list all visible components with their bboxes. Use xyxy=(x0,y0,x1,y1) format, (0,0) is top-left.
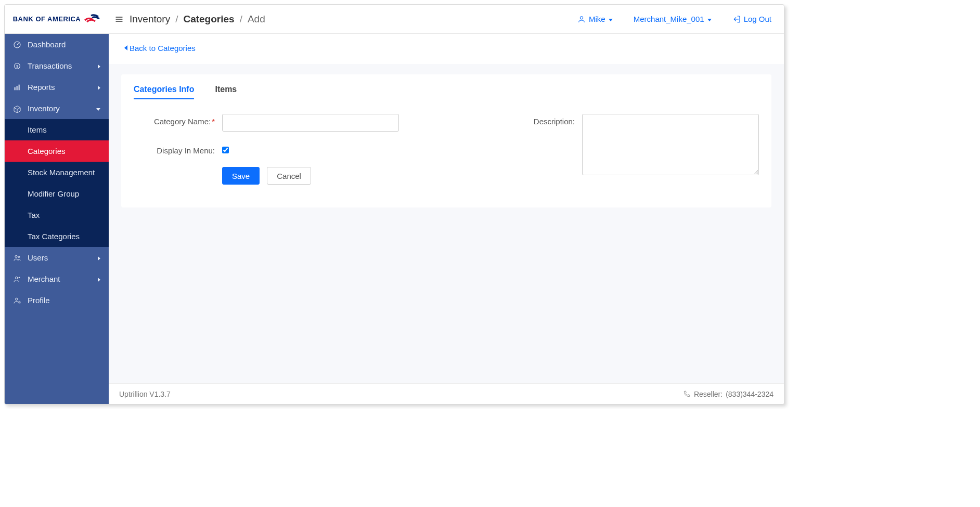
tab-items[interactable]: Items xyxy=(215,85,237,99)
display-in-menu-checkbox[interactable] xyxy=(222,147,229,153)
brand-name: BANK OF AMERICA xyxy=(13,15,81,23)
tab-categories-info[interactable]: Categories Info xyxy=(134,85,194,99)
footer-reseller: Reseller: (833)344-2324 xyxy=(682,390,773,398)
main: Back to Categories Categories Info Items… xyxy=(109,34,784,404)
person-gear-icon xyxy=(13,296,21,305)
sidebar-item-merchant[interactable]: Merchant xyxy=(5,268,109,290)
sidebar-item-label: Transactions xyxy=(28,61,72,70)
sidebar-item-label: Inventory xyxy=(28,104,60,113)
sidebar-item-transactions[interactable]: $ Transactions xyxy=(5,55,109,76)
chevron-down-icon xyxy=(707,15,712,23)
user-icon xyxy=(577,15,586,23)
logout-icon xyxy=(732,15,741,23)
chevron-right-icon xyxy=(98,61,100,70)
sidebar-subitem-tax-categories[interactable]: Tax Categories xyxy=(5,226,109,247)
svg-point-8 xyxy=(18,256,20,257)
body: Dashboard $ Transactions Reports Invento… xyxy=(5,34,784,404)
svg-point-10 xyxy=(16,298,18,300)
logout-label: Log Out xyxy=(744,15,771,23)
sidebar-item-label: Users xyxy=(28,253,48,262)
user-name: Mike xyxy=(589,15,605,23)
cancel-button[interactable]: Cancel xyxy=(267,167,311,185)
chevron-right-icon xyxy=(98,253,100,262)
brand-flag-icon xyxy=(84,14,100,25)
form: Category Name:* Description: Display In … xyxy=(134,114,759,185)
sidebar-item-users[interactable]: Users xyxy=(5,247,109,268)
menu-toggle-button[interactable] xyxy=(109,15,130,23)
merchant-menu[interactable]: Merchant_Mike_001 xyxy=(634,15,712,23)
back-to-categories-link[interactable]: Back to Categories xyxy=(124,44,196,53)
footer: Uptrillion V1.3.7 Reseller: (833)344-232… xyxy=(109,383,784,404)
chevron-right-icon xyxy=(98,83,100,92)
topbar: BANK OF AMERICA Inventory / Categories /… xyxy=(5,5,784,34)
sidebar-item-label: Reports xyxy=(28,83,55,92)
svg-rect-6 xyxy=(19,84,20,90)
required-indicator: * xyxy=(212,117,215,126)
sidebar-subitem-categories[interactable]: Categories xyxy=(5,140,109,162)
reseller-phone: (833)344-2324 xyxy=(726,390,773,398)
sidebar-subitem-modifier-group[interactable]: Modifier Group xyxy=(5,183,109,204)
box-icon xyxy=(13,105,21,113)
sidebar-subitem-items[interactable]: Items xyxy=(5,119,109,140)
svg-point-7 xyxy=(15,255,17,257)
hamburger-icon xyxy=(115,15,123,23)
back-link-label: Back to Categories xyxy=(130,44,196,53)
category-name-label: Category Name:* xyxy=(134,114,217,126)
sidebar-item-label: Profile xyxy=(28,296,50,305)
gauge-icon xyxy=(13,41,21,49)
sidebar-item-label: Merchant xyxy=(28,275,60,283)
sidebar-submenu-inventory: Items Categories Stock Management Modifi… xyxy=(5,119,109,247)
users-icon xyxy=(13,254,21,262)
svg-text:$: $ xyxy=(16,64,18,68)
logout-button[interactable]: Log Out xyxy=(732,15,771,23)
sidebar: Dashboard $ Transactions Reports Invento… xyxy=(5,34,109,404)
svg-rect-4 xyxy=(15,87,16,90)
save-button[interactable]: Save xyxy=(222,167,260,185)
page-header: Back to Categories xyxy=(109,34,784,64)
sidebar-item-reports[interactable]: Reports xyxy=(5,76,109,98)
sidebar-item-inventory[interactable]: Inventory xyxy=(5,98,109,119)
breadcrumb-separator: / xyxy=(240,14,242,25)
description-textarea[interactable] xyxy=(582,114,759,175)
sidebar-subitem-stock-management[interactable]: Stock Management xyxy=(5,162,109,183)
reseller-label: Reseller: xyxy=(694,390,723,398)
chevron-down-icon xyxy=(609,15,613,23)
money-icon: $ xyxy=(13,62,21,70)
sidebar-subitem-tax[interactable]: Tax xyxy=(5,204,109,226)
sidebar-item-dashboard[interactable]: Dashboard xyxy=(5,34,109,55)
tabs: Categories Info Items xyxy=(134,85,759,99)
svg-point-0 xyxy=(580,16,583,19)
brand-logo: BANK OF AMERICA xyxy=(5,5,109,34)
breadcrumb-level-3: Add xyxy=(248,14,265,25)
svg-rect-5 xyxy=(17,86,18,90)
breadcrumb: Inventory / Categories / Add xyxy=(130,14,265,25)
chevron-down-icon xyxy=(96,104,100,113)
phone-icon xyxy=(682,390,691,398)
sidebar-item-label: Dashboard xyxy=(28,40,66,49)
breadcrumb-separator: / xyxy=(175,14,178,25)
person-plus-icon xyxy=(13,275,21,283)
chart-icon xyxy=(13,83,21,92)
breadcrumb-level-1[interactable]: Inventory xyxy=(130,14,170,25)
description-label: Description: xyxy=(520,114,577,126)
svg-point-11 xyxy=(19,302,20,303)
svg-point-9 xyxy=(16,277,18,279)
chevron-right-icon xyxy=(98,275,100,283)
user-menu[interactable]: Mike xyxy=(577,15,613,23)
app-window: BANK OF AMERICA Inventory / Categories /… xyxy=(4,4,784,405)
app-version: Uptrillion V1.3.7 xyxy=(119,390,171,398)
sidebar-item-profile[interactable]: Profile xyxy=(5,290,109,311)
breadcrumb-level-2[interactable]: Categories xyxy=(183,14,234,25)
display-in-menu-label: Display In Menu: xyxy=(134,143,217,155)
category-name-input[interactable] xyxy=(222,114,399,132)
content-card: Categories Info Items Category Name:* De… xyxy=(121,74,771,207)
topbar-right: Mike Merchant_Mike_001 Log Out xyxy=(577,15,784,23)
merchant-name: Merchant_Mike_001 xyxy=(634,15,704,23)
